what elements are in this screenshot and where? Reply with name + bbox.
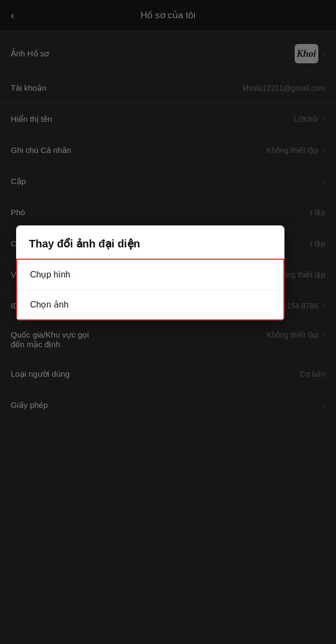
modal-change-avatar: Thay đổi ảnh đại diện Chụp hình Chọn ảnh <box>16 225 284 320</box>
modal-option-choose-photo[interactable]: Chọn ảnh <box>17 290 283 319</box>
modal-options: Chụp hình Chọn ảnh <box>16 259 284 320</box>
modal-overlay[interactable]: Thay đổi ảnh đại diện Chụp hình Chọn ảnh <box>0 0 336 644</box>
modal-title: Thay đổi ảnh đại diện <box>16 225 284 259</box>
modal-option-take-photo[interactable]: Chụp hình <box>17 260 283 290</box>
